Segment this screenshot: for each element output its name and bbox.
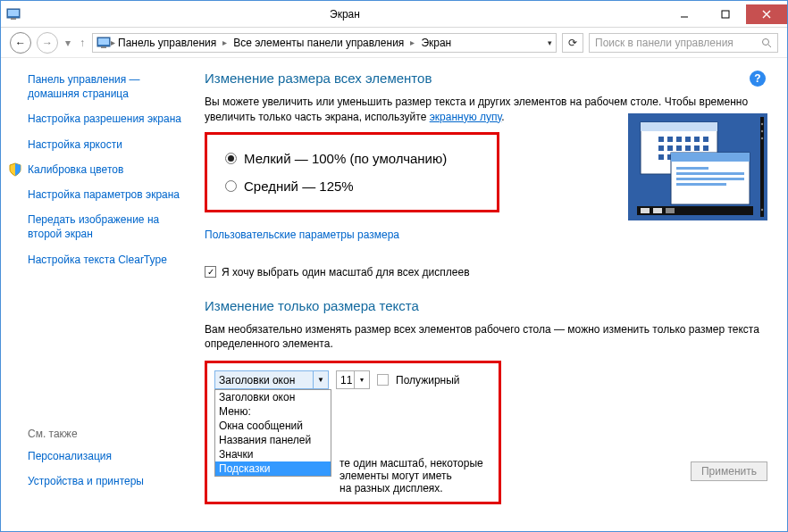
dropdown-option[interactable]: Значки	[215, 447, 331, 461]
element-select-value: Заголовки окон	[219, 374, 295, 387]
svg-rect-42	[676, 178, 744, 180]
preview-illustration	[628, 113, 767, 220]
dropdown-option[interactable]: Заголовки окон	[215, 390, 331, 404]
svg-rect-30	[694, 145, 700, 151]
svg-rect-20	[658, 137, 664, 142]
font-size-value: 11	[340, 374, 352, 387]
sidebar-link-devices[interactable]: Устройства и принтеры	[28, 474, 192, 488]
close-button[interactable]	[746, 4, 787, 24]
breadcrumb-item[interactable]: Экран	[418, 37, 454, 49]
svg-rect-8	[98, 38, 109, 45]
dropdown-option[interactable]: Подсказки	[215, 461, 331, 476]
maximize-button[interactable]	[705, 4, 746, 24]
magnifier-link[interactable]: экранную лупу	[430, 111, 502, 123]
refresh-button[interactable]: ⟳	[562, 33, 583, 53]
svg-rect-32	[658, 154, 664, 160]
element-select[interactable]: Заголовки окон ▼	[214, 370, 329, 389]
font-size-select[interactable]: 11 ▾	[336, 370, 370, 389]
window-title: Экран	[26, 8, 664, 21]
apply-button[interactable]: Применить	[691, 461, 767, 481]
highlight-box-scaling: Мелкий — 100% (по умолчанию) Средний — 1…	[205, 132, 499, 212]
bold-checkbox[interactable]	[377, 374, 389, 386]
dropdown-option[interactable]: Названия панелей	[215, 433, 331, 447]
heading-text-only: Изменение только размера текста	[205, 298, 767, 313]
dropdown-option[interactable]: Меню:	[215, 404, 331, 419]
dropdown-option[interactable]: Окна сообщений	[215, 419, 331, 433]
sidebar-link-brightness[interactable]: Настройка яркости	[28, 137, 192, 152]
radio-medium-label: Средний — 125%	[244, 179, 354, 194]
svg-rect-27	[667, 145, 673, 151]
sidebar-link-project[interactable]: Передать изображение на второй экран	[28, 212, 192, 241]
svg-rect-1	[8, 10, 19, 16]
svg-rect-19	[641, 122, 717, 131]
svg-rect-47	[666, 208, 675, 213]
chevron-down-icon: ▼	[313, 371, 328, 388]
svg-point-17	[761, 209, 763, 211]
svg-point-16	[761, 137, 763, 139]
svg-rect-25	[703, 137, 708, 142]
chevron-right-icon: ▸	[410, 37, 415, 47]
svg-rect-45	[641, 208, 650, 213]
svg-rect-40	[676, 167, 708, 170]
monitor-icon	[96, 36, 111, 50]
chevron-down-icon: ▾	[354, 371, 369, 388]
minimize-button[interactable]	[664, 4, 705, 24]
shield-icon	[8, 162, 22, 177]
radio-medium[interactable]: Средний — 125%	[225, 179, 479, 194]
search-placeholder: Поиск в панели управления	[595, 37, 761, 49]
chevron-right-icon: ▸	[222, 37, 227, 47]
element-select-dropdown: Заголовки окон Меню: Окна сообщений Назв…	[214, 389, 331, 477]
svg-rect-41	[676, 172, 744, 175]
forward-button[interactable]: →	[37, 32, 58, 54]
svg-rect-39	[671, 153, 750, 162]
svg-rect-23	[685, 137, 691, 142]
radio-icon	[225, 180, 237, 192]
svg-point-14	[761, 123, 763, 125]
control-panel-home-link[interactable]: Панель управления — домашняя страница	[28, 72, 192, 101]
svg-point-15	[761, 130, 763, 132]
breadcrumb-item[interactable]: Все элементы панели управления	[231, 37, 407, 49]
svg-rect-9	[101, 46, 106, 48]
breadcrumb-item[interactable]: Панель управления	[115, 37, 219, 49]
svg-rect-4	[722, 11, 729, 18]
checkbox-icon: ✓	[205, 266, 216, 278]
svg-rect-22	[676, 137, 682, 142]
svg-point-10	[763, 38, 769, 45]
svg-rect-26	[658, 145, 664, 151]
svg-rect-2	[11, 18, 16, 20]
sidebar-link-resolution[interactable]: Настройка разрешения экрана	[28, 112, 192, 126]
back-button[interactable]: ←	[10, 32, 31, 54]
up-button[interactable]: ↑	[80, 37, 85, 49]
svg-rect-43	[676, 183, 726, 186]
custom-sizing-link[interactable]: Пользовательские параметры размера	[205, 229, 399, 241]
svg-rect-29	[685, 145, 691, 151]
breadcrumb[interactable]: ▸ Панель управления ▸ Все элементы панел…	[92, 33, 557, 53]
single-scale-label: Я хочу выбрать один масштаб для всех дис…	[222, 266, 470, 278]
svg-rect-24	[694, 137, 700, 142]
radio-small[interactable]: Мелкий — 100% (по умолчанию)	[225, 151, 479, 166]
chevron-down-icon[interactable]: ▾	[539, 38, 552, 47]
sidebar-link-cleartype[interactable]: Настройка текста ClearType	[28, 253, 192, 267]
help-button[interactable]: ?	[750, 71, 766, 87]
svg-rect-28	[676, 145, 682, 151]
radio-icon	[225, 153, 237, 164]
see-also-heading: См. также	[28, 428, 192, 440]
sidebar-link-calibrate[interactable]: Калибровка цветов	[28, 162, 123, 177]
bold-label: Полужирный	[396, 374, 460, 387]
sidebar-link-display-settings[interactable]: Настройка параметров экрана	[28, 187, 192, 202]
svg-rect-31	[703, 145, 708, 151]
search-icon	[761, 37, 772, 48]
svg-rect-46	[653, 208, 662, 213]
desc-text-only: Вам необязательно изменять размер всех э…	[205, 322, 767, 353]
svg-line-11	[768, 45, 771, 47]
svg-rect-21	[667, 137, 673, 142]
single-scale-checkbox[interactable]: ✓ Я хочу выбрать один масштаб для всех д…	[205, 266, 767, 278]
system-icon	[1, 1, 26, 28]
recent-locations-button[interactable]: ▾	[65, 37, 71, 49]
sidebar-link-personalization[interactable]: Персонализация	[28, 449, 192, 463]
search-input[interactable]: Поиск в панели управления	[589, 33, 778, 53]
highlight-box-text-size: Заголовки окон ▼ 11 ▾ Полужирный Заголов…	[205, 361, 501, 504]
radio-small-label: Мелкий — 100% (по умолчанию)	[244, 151, 447, 166]
heading-resize-all: Изменение размера всех элементов	[205, 71, 767, 86]
